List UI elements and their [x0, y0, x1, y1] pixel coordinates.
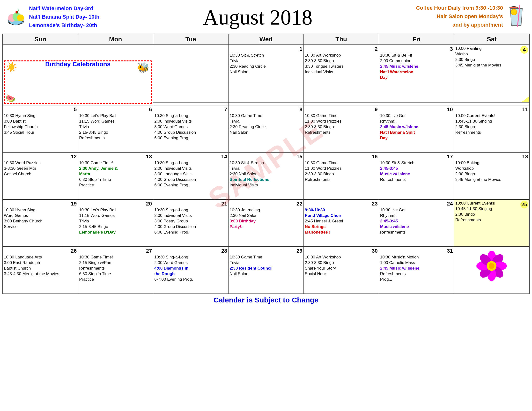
table-cell-sat-11: 11 10:00 Current Events! 10:45-11:30 Sin… — [454, 105, 529, 152]
table-cell-tue-14: 14 10:30 Sing-a-Long 2:00 Individual Vis… — [153, 152, 228, 199]
table-cell-thu-16: 16 10:30 Game Time! 11:00 Word Puzzles 2… — [304, 152, 379, 199]
table-cell-sat-25: 25 10:00 Current Events! 10:45-11:30 Sin… — [454, 199, 529, 247]
table-cell-tue-7: 7 10:30 Sing-a-Long 2:00 Individual Visi… — [153, 105, 228, 152]
header-left: Nat'l Watermelon Day-3rd Nat'l Banana Sp… — [5, 4, 99, 31]
table-cell-sat-18: 18 10:00 Baking Workshop 2:30 Bingo 3:45… — [454, 152, 529, 199]
header-right-text: Coffee Hour Daily from 9:30 -10:30 Hair … — [416, 4, 503, 29]
page: Nat'l Watermelon Day-3rd Nat'l Banana Sp… — [0, 0, 532, 411]
table-cell-tue-21: 21 10:30 Sing-a-Long 2:00 Individual Vis… — [153, 199, 228, 247]
table-row: 19 10:30 Hymn Sing Word Games 3:00 Betha… — [3, 199, 529, 247]
calendar-wrapper: SAMPLE Sun Mon Tue Wed Thu Fri Sat — [2, 34, 530, 294]
flower-svg — [476, 250, 507, 282]
table-cell-wed-8: 8 10:30 Game Time! Trivia 2:30 Reading C… — [228, 105, 304, 152]
lemonade-birthday: Lemonade's Birthday- 20th — [29, 21, 99, 29]
table-cell-fri-31: 31 10:30 Music'n Motion 1:00 Catholic Ma… — [379, 247, 454, 294]
table-cell-mon-20: 20 10:30 Let's Play Ball 11:15 Word Game… — [78, 199, 153, 247]
table-cell-sat-w1b — [454, 102, 529, 105]
header-center: August 2018 — [99, 7, 416, 28]
col-sat: Sat — [454, 34, 529, 45]
table-cell-fri-w1b — [379, 102, 454, 105]
table-cell-thu-w1b — [304, 102, 379, 105]
col-mon: Mon — [78, 34, 153, 45]
calendar-header-row: Sun Mon Tue Wed Thu Fri Sat — [3, 34, 529, 45]
col-thu: Thu — [304, 34, 379, 45]
table-cell-thu-9: 9 10:30 Game Time! 11:00 Word Puzzles 2:… — [304, 105, 379, 152]
svg-point-19 — [489, 263, 494, 269]
table-cell-sun-26: 26 10:30 Language Arts 3:00 East Randolp… — [3, 247, 78, 294]
table-cell-thu-23: 23 9:30-10:30 Pond Village Choir 2:45 Ha… — [304, 199, 379, 247]
footer: Calendar is Subject to Change — [2, 296, 530, 304]
calendar-table: Sun Mon Tue Wed Thu Fri Sat — [2, 34, 530, 294]
table-cell-wed-15: 15 10:30 Sit & Stretch Trivia 2:30 Nail … — [228, 152, 304, 199]
table-cell-wed-1: 1 10:30 Sit & Stretch Trivia 2:30 Readin… — [228, 45, 304, 102]
table-cell-tue-28: 28 10:30 Sing-a-Long 2:30 Word Games 4:0… — [153, 247, 228, 294]
col-fri: Fri — [379, 34, 454, 45]
col-wed: Wed — [228, 34, 304, 45]
table-cell-fri-3: 3 10:30 Sit & Be Fit 2:00 Communion 2:45… — [379, 45, 454, 102]
table-cell-sun-19: 19 10:30 Hymn Sing Word Games 3:00 Betha… — [3, 199, 78, 247]
table-cell-sat-4: 4 10:00 Painting Wkshp 2:30 Bingo 3:45 M… — [454, 45, 529, 102]
table-cell-sun-12: 12 10:30 Word Puzzles 3-3:30 Green Mtn G… — [3, 152, 78, 199]
col-sun: Sun — [3, 34, 78, 45]
flower-cell — [454, 247, 529, 294]
hair-salon: Hair Salon open Monday's — [416, 12, 503, 20]
drink-icon — [505, 4, 527, 31]
header: Nat'l Watermelon Day-3rd Nat'l Banana Sp… — [2, 2, 530, 32]
birthday-cell: 🐝 ☀️ 🍉 Birthday Celebrations — [3, 45, 153, 105]
table-cell-fri-10: 10 10:30 I've Got Rhythm! 2:45 Music w/I… — [379, 105, 454, 152]
table-cell-thu-2: 2 10:00 Art Workshop 2:30-3:30 Bingo 3:3… — [304, 45, 379, 102]
table-cell-wed-29: 29 10:30 Game Time! Trivia 2:30 Resident… — [228, 247, 304, 294]
table-cell-mon-27: 27 10:30 Game Time! 2:15 Bingo w/Pam Ref… — [78, 247, 153, 294]
page-title: August 2018 — [99, 7, 416, 28]
table-cell-mon-6: 6 10:30 Let's Play Ball 11:15 Word Games… — [78, 105, 153, 152]
table-cell-wed-w1b — [228, 102, 304, 105]
table-row: 🐝 ☀️ 🍉 Birthday Celebrations 1 — [3, 45, 529, 102]
table-cell-fri-24: 24 10:30 I've Got Rhythm! 2:45-3:45 Musi… — [379, 199, 454, 247]
table-row: 26 10:30 Language Arts 3:00 East Randolp… — [3, 247, 529, 294]
table-cell-mon-13: 13 10:30 Game Time! 2:30 Andy, Jennie & … — [78, 152, 153, 199]
ice-cream-icon — [5, 5, 27, 31]
table-cell-thu-30: 30 10:00 Art Workshop 2:30-3:30 Bingo Sh… — [304, 247, 379, 294]
header-left-text: Nat'l Watermelon Day-3rd Nat'l Banana Sp… — [29, 4, 99, 30]
table-row: 12 10:30 Word Puzzles 3-3:30 Green Mtn G… — [3, 152, 529, 199]
table-cell-tue-w1b — [153, 102, 228, 105]
table-cell-wed-22: 22 10:30 Journaling 2:30 Nail Salon 3:00… — [228, 199, 304, 247]
table-cell-tue-w1 — [153, 45, 228, 102]
table-row: 5 10:30 Hymn Sing 3:00 Baptist Fellowshi… — [3, 105, 529, 152]
hair-salon-appt: and by appointment — [416, 20, 503, 29]
svg-point-3 — [17, 15, 24, 21]
banana-split-day: Nat'l Banana Split Day- 10th — [29, 13, 99, 21]
coffee-hour: Coffee Hour Daily from 9:30 -10:30 — [416, 4, 503, 12]
header-right: Coffee Hour Daily from 9:30 -10:30 Hair … — [416, 4, 527, 31]
col-tue: Tue — [153, 34, 228, 45]
table-cell-sun-5: 5 10:30 Hymn Sing 3:00 Baptist Fellowshi… — [3, 105, 78, 152]
table-cell-fri-17: 17 10:30 Sit & Stretch 2:45-3:45 Music w… — [379, 152, 454, 199]
watermelon-day: Nat'l Watermelon Day-3rd — [29, 4, 99, 13]
